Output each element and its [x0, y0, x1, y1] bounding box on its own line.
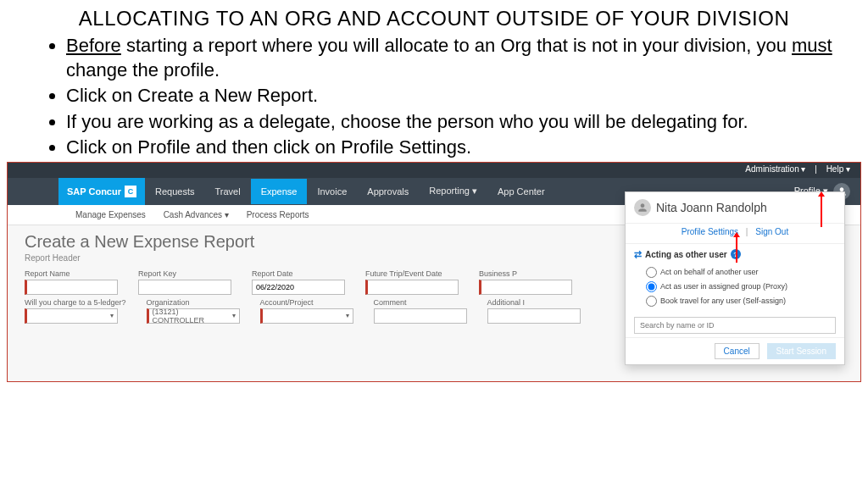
input-report-name[interactable]	[25, 280, 118, 295]
sign-out-link[interactable]: Sign Out	[755, 227, 788, 236]
subnav-process[interactable]: Process Reports	[247, 210, 309, 219]
acting-radios: Act on behalf of another user Act as use…	[626, 263, 844, 313]
slide-title: ALLOCATING TO AN ORG AND ACCOUNT OUTSIDE…	[0, 0, 868, 34]
profile-popover: Nita Joann Randolph Profile Settings | S…	[625, 191, 845, 365]
logo-c-icon: C	[125, 186, 136, 197]
cancel-button[interactable]: Cancel	[715, 343, 760, 359]
select-ledger[interactable]	[25, 308, 118, 324]
admin-bar: Administration ▾ | Help ▾	[8, 163, 860, 178]
label-account: Account/Project	[260, 298, 353, 307]
divider: |	[815, 164, 817, 174]
select-org[interactable]: (13121) CONTROLLER	[147, 308, 240, 324]
radio-behalf[interactable]: Act on behalf of another user	[646, 265, 836, 280]
radio-proxy[interactable]: Act as user in assigned group (Proxy)	[646, 280, 836, 294]
label-report-key: Report Key	[138, 269, 231, 278]
input-trip-date[interactable]	[365, 280, 459, 295]
profile-settings-link[interactable]: Profile Settings	[682, 227, 738, 236]
annotation-arrow-profile	[821, 197, 822, 227]
label-comment: Comment	[374, 298, 467, 307]
nav-travel[interactable]: Travel	[204, 179, 250, 204]
nav-reporting[interactable]: Reporting ▾	[419, 178, 487, 204]
subnav-manage[interactable]: Manage Expenses	[75, 210, 146, 219]
input-comment[interactable]	[374, 308, 467, 324]
acting-header: ⇄ Acting as other user ?	[626, 243, 844, 263]
bullet-list: Before starting a report where you will …	[0, 34, 868, 160]
logo[interactable]: SAP ConcurC	[58, 178, 145, 205]
radio-self[interactable]: Book travel for any user (Self-assign)	[646, 294, 836, 308]
label-report-date: Report Date	[252, 269, 345, 278]
bullet-2: Click on Create a New Report.	[66, 84, 834, 108]
shuffle-icon: ⇄	[634, 249, 642, 260]
bullet-4: Click on Profile and then click on Profi…	[66, 136, 834, 160]
input-report-date[interactable]	[252, 280, 345, 295]
screenshot-panel: Administration ▾ | Help ▾ SAP ConcurC Re…	[7, 162, 861, 382]
search-user-input[interactable]	[634, 317, 836, 334]
nav-invoice[interactable]: Invoice	[307, 179, 357, 204]
input-business[interactable]	[479, 280, 572, 295]
label-org: Organization	[147, 298, 240, 307]
bullet-3: If you are working as a delegate, choose…	[66, 110, 834, 135]
input-additional[interactable]	[487, 308, 581, 324]
annotation-arrow-settings	[736, 237, 737, 263]
popover-avatar-icon	[634, 199, 651, 216]
select-account[interactable]	[260, 308, 353, 324]
popover-username: Nita Joann Randolph	[656, 201, 767, 214]
label-trip-date: Future Trip/Event Date	[365, 269, 459, 278]
bullet-1: Before starting a report where you will …	[66, 34, 834, 82]
help-link[interactable]: Help ▾	[826, 164, 850, 174]
nav-appcenter[interactable]: App Center	[487, 179, 555, 204]
divider: |	[746, 227, 748, 236]
subnav-cash[interactable]: Cash Advances ▾	[164, 210, 229, 219]
admin-link[interactable]: Administration ▾	[745, 164, 805, 174]
start-session-button[interactable]: Start Session	[767, 343, 836, 359]
nav-approvals[interactable]: Approvals	[357, 179, 419, 204]
nav-expense[interactable]: Expense	[251, 179, 308, 204]
label-ledger: Will you charge to a 5-ledger?	[25, 298, 126, 307]
label-report-name: Report Name	[25, 269, 118, 278]
input-report-key[interactable]	[138, 280, 231, 295]
nav-requests[interactable]: Requests	[145, 179, 204, 204]
label-business: Business P	[479, 269, 572, 278]
label-additional: Additional I	[487, 298, 581, 307]
